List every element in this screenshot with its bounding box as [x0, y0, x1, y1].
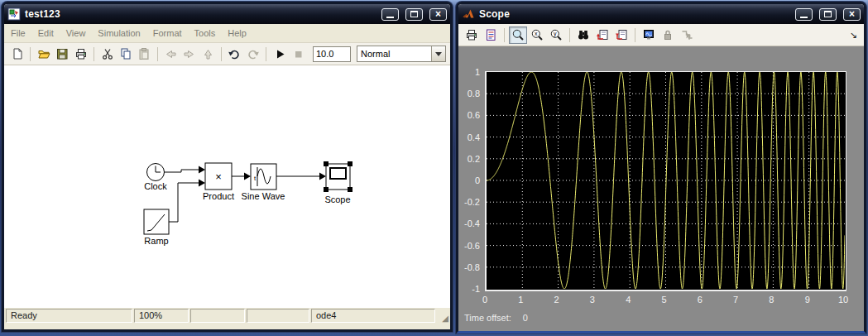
toolbar-separator	[635, 28, 635, 42]
maximize-button[interactable]	[405, 8, 423, 21]
back-button-disabled[interactable]	[162, 46, 180, 63]
undo-button[interactable]	[226, 46, 243, 63]
y-tick-label: 0.6	[458, 110, 480, 120]
close-button[interactable]: ×	[429, 8, 447, 21]
scope-display-area: -1-0.8-0.6-0.4-0.200.20.40.60.81 0123456…	[458, 46, 864, 331]
print-button[interactable]	[72, 46, 89, 63]
new-document-icon	[11, 47, 24, 60]
binoculars-icon	[577, 28, 590, 41]
y-tick-label: 0.8	[458, 89, 480, 98]
simulation-stop-time-input[interactable]	[313, 46, 351, 62]
simulink-model-icon	[7, 7, 21, 21]
open-button[interactable]	[35, 46, 52, 63]
menu-view[interactable]: View	[66, 28, 86, 38]
scope-titlebar[interactable]: Scope ×	[458, 4, 864, 24]
lock-axes-button-disabled[interactable]	[659, 26, 677, 44]
sine-wave-block[interactable]: t Sine Wave	[242, 164, 285, 201]
copy-button[interactable]	[117, 46, 134, 63]
toolbar-separator	[221, 47, 222, 61]
ramp-block[interactable]: Ramp	[144, 209, 169, 246]
copy-icon	[119, 47, 132, 60]
close-button[interactable]: ×	[843, 8, 861, 21]
menu-edit[interactable]: Edit	[38, 28, 54, 38]
scope-label: Scope	[324, 194, 350, 204]
model-statusbar: Ready 100% ode4 ◢	[4, 308, 450, 324]
scope-block[interactable]: Scope	[324, 161, 352, 204]
maximize-icon	[824, 11, 832, 17]
ramp-to-product-line[interactable]	[169, 183, 199, 222]
lock-icon	[661, 28, 674, 41]
y-tick-label: -0.2	[458, 197, 480, 207]
scope-print-button[interactable]	[463, 26, 481, 44]
toolbar-separator	[504, 28, 505, 42]
menu-file[interactable]: File	[11, 28, 26, 38]
new-model-button[interactable]	[8, 46, 26, 63]
y-tick-label: -1	[458, 284, 480, 294]
simulation-mode-dropdown[interactable]: Normal	[357, 46, 446, 62]
zoom-x-axis-icon: x	[530, 28, 544, 41]
zoom-button-active[interactable]	[509, 26, 527, 44]
floating-scope-button[interactable]	[640, 26, 658, 44]
minimize-button[interactable]	[381, 8, 399, 21]
open-folder-icon	[37, 47, 50, 60]
clock-block[interactable]: Clock	[144, 164, 167, 192]
minimize-button[interactable]	[795, 8, 813, 21]
x-tick-label: 0	[474, 295, 496, 305]
maximize-button[interactable]	[819, 8, 837, 21]
menu-format[interactable]: Format	[153, 28, 182, 38]
menu-help[interactable]: Help	[228, 28, 247, 38]
up-arrow-icon	[201, 47, 215, 61]
stop-simulation-button-disabled[interactable]	[290, 46, 307, 63]
restore-axes-icon	[615, 28, 628, 41]
block-diagram: Clock Ramp × Product t Sine Wave	[4, 65, 450, 308]
signal-selection-button-disabled[interactable]	[678, 26, 696, 44]
scope-parameters-button[interactable]	[482, 26, 500, 44]
autoscale-button[interactable]	[574, 26, 592, 44]
cut-button[interactable]	[98, 46, 116, 63]
zoom-x-button[interactable]: x	[528, 26, 546, 44]
model-titlebar[interactable]: test123 ×	[4, 4, 450, 24]
redo-button-disabled[interactable]	[244, 46, 261, 63]
x-tick-label: 10	[832, 295, 854, 305]
start-simulation-button[interactable]	[271, 46, 288, 63]
printer-icon	[465, 28, 478, 41]
redo-icon	[246, 47, 260, 61]
forward-arrow-icon	[182, 47, 196, 61]
svg-text:x: x	[535, 31, 538, 36]
cut-scissors-icon	[101, 47, 114, 60]
scope-toolbar: x y	[458, 24, 864, 46]
printer-icon	[74, 47, 88, 60]
x-tick-label: 8	[760, 295, 782, 305]
paste-button-disabled[interactable]	[136, 46, 153, 63]
restore-axes-settings-button[interactable]	[612, 26, 631, 44]
floating-scope-icon	[642, 28, 655, 41]
sine-wave-label: Sine Wave	[242, 191, 285, 201]
toolbar-separator	[30, 47, 31, 61]
menu-tools[interactable]: Tools	[194, 28, 216, 38]
maximize-icon	[410, 11, 418, 17]
zoom-y-button[interactable]: y	[547, 26, 565, 44]
x-tick-label: 2	[546, 295, 568, 305]
product-block[interactable]: × Product	[203, 163, 234, 201]
status-ready: Ready	[6, 309, 132, 323]
svg-text:y: y	[554, 31, 557, 37]
toolbar-separator	[94, 47, 94, 61]
minimize-icon	[386, 17, 394, 18]
menu-simulation[interactable]: Simulation	[98, 28, 140, 38]
save-button[interactable]	[54, 46, 71, 63]
toolbar-separator	[569, 28, 570, 42]
save-floppy-icon	[55, 47, 69, 60]
clock-to-product-line[interactable]	[165, 170, 199, 172]
scope-plot[interactable]	[485, 71, 846, 291]
toolbar-overflow-icon[interactable]: ↘	[850, 30, 860, 41]
stop-icon	[292, 48, 305, 60]
up-button-disabled[interactable]	[199, 46, 217, 63]
forward-button-disabled[interactable]	[180, 46, 198, 63]
model-canvas[interactable]: Clock Ramp × Product t Sine Wave	[4, 65, 450, 308]
dropdown-arrow-icon[interactable]	[431, 46, 445, 61]
status-cell-4	[247, 309, 309, 323]
status-solver: ode4	[311, 309, 435, 323]
back-arrow-icon	[164, 47, 178, 61]
resize-grip[interactable]: ◢	[437, 309, 448, 323]
save-axes-settings-button[interactable]	[593, 26, 611, 44]
